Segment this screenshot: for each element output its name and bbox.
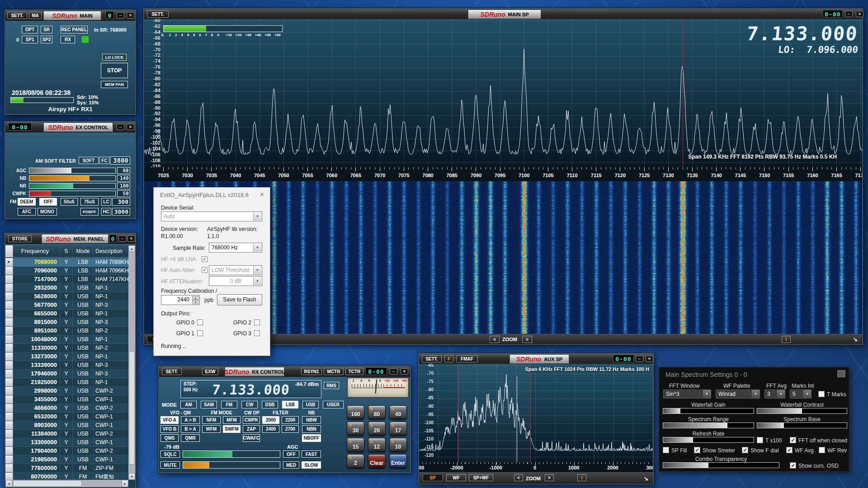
rx-btn-nbw[interactable]: NBW xyxy=(302,416,321,424)
aux-sp-title[interactable]: SDRuno AUX SP xyxy=(509,354,569,364)
rx-button[interactable]: RX xyxy=(61,36,75,43)
deemphasis-75us-button[interactable]: 75uS xyxy=(80,198,99,206)
rx-btn-nboff[interactable]: NBOFF xyxy=(302,434,321,442)
rx-btn-a-b[interactable]: A > B xyxy=(181,416,200,424)
afc-button[interactable]: AFC xyxy=(18,208,36,216)
rx-btn-wfm[interactable]: WFM xyxy=(202,425,221,433)
rx-mode-lsb[interactable]: LSB xyxy=(282,401,298,408)
dropdown-icon[interactable]: ▼ xyxy=(803,390,811,398)
numpad-key-20[interactable]: 520 xyxy=(368,422,386,436)
deem-button[interactable]: DEEM xyxy=(18,198,36,206)
lo-lock-button[interactable]: LO LOCK xyxy=(102,54,127,61)
close-icon[interactable]: ✕ xyxy=(259,191,264,198)
mem-pan-button[interactable]: MEM PAN xyxy=(101,81,128,88)
column-header-description[interactable]: Description xyxy=(94,245,128,257)
device-serial-select[interactable]: Auto▼ xyxy=(161,211,262,221)
numpad-key-30[interactable]: 430 xyxy=(347,422,364,436)
gpio0-checkbox[interactable]: ✓ xyxy=(197,319,203,325)
rms-button[interactable]: RMS xyxy=(324,382,339,389)
dropdown-icon[interactable]: ▼ xyxy=(777,390,785,398)
mem-table-row[interactable]: 8915000YUSBNP-3 xyxy=(5,318,128,327)
rx-mode-dsb[interactable]: DSB xyxy=(262,401,278,408)
vertical-scrollbar[interactable]: ▲ ▼ xyxy=(128,245,135,480)
wf-palette-select[interactable]: Winrad▼ xyxy=(715,389,760,399)
numpad-key-enter[interactable]: Enter xyxy=(389,454,407,468)
lna-checkbox[interactable]: ✓ xyxy=(202,256,208,262)
store-button[interactable]: STORE xyxy=(8,235,32,242)
main-settings-button[interactable]: SETT. xyxy=(7,12,27,19)
show-f-dial-checkbox[interactable]: ✓ xyxy=(742,447,748,453)
scroll-down-icon[interactable]: ▼ xyxy=(128,473,135,480)
rx-settings-button[interactable]: SETT. xyxy=(162,368,182,375)
dropdown-icon[interactable]: ▼ xyxy=(752,390,760,398)
main-sp-settings-button[interactable]: SETT. xyxy=(147,10,169,18)
close-icon[interactable]: ✕ xyxy=(646,356,653,362)
column-header-frequency[interactable]: Frequency xyxy=(13,245,60,257)
mem-table-row[interactable]: 3455000YUSBCWP-1 xyxy=(5,395,128,404)
numpad-key-15[interactable]: 115 xyxy=(347,438,364,452)
waterfall-gain-slider[interactable] xyxy=(663,408,754,414)
auto-atten-checkbox[interactable]: ✓ xyxy=(202,267,208,273)
rx-btn-cwpk[interactable]: CWPK xyxy=(243,416,260,424)
rx-btn-qmr[interactable]: QMR xyxy=(181,434,200,442)
rx-btn-nbn[interactable]: NBN xyxy=(302,425,321,433)
scroll-left-icon[interactable]: ◄ xyxy=(5,480,12,487)
attenuation-select[interactable]: 0 dB▼ xyxy=(209,276,262,286)
tuned-frequency-cursor[interactable] xyxy=(683,19,683,167)
mem-table-row[interactable]: 5677000YUSBNP-3 xyxy=(5,301,128,310)
mem-table-row[interactable]: 77800000YFMZIP-FM xyxy=(5,464,128,473)
mem-table-row[interactable]: 10048000YUSBNP-1 xyxy=(5,335,128,344)
rx-btn-2400[interactable]: 2400 xyxy=(262,425,279,433)
minimize-icon[interactable]: – xyxy=(636,356,643,362)
rx-btn-b-a[interactable]: B > A xyxy=(181,425,200,433)
sr-button[interactable]: SR xyxy=(41,26,52,33)
rx-control-title[interactable]: SDRuno RX CONTROL xyxy=(225,367,284,376)
wf-rev-checkbox[interactable]: ✓ xyxy=(819,447,825,453)
column-header-mode[interactable]: Mode xyxy=(73,245,94,257)
scrollbar-thumb[interactable] xyxy=(13,480,82,487)
marks-int-select[interactable]: 5▼ xyxy=(789,389,812,399)
stop-button[interactable]: STOP xyxy=(101,63,128,78)
tctr-button[interactable]: TCTR xyxy=(345,368,363,375)
mute-button[interactable]: MUTE xyxy=(160,461,180,469)
squelch-slider[interactable] xyxy=(183,450,280,458)
rx-btn-vfo-a[interactable]: VFO A xyxy=(160,416,179,424)
rx-btn-mfm[interactable]: MFM xyxy=(223,416,241,424)
numpad-key-12[interactable]: 212 xyxy=(368,438,386,452)
sp-view-button[interactable]: SP xyxy=(423,474,443,481)
deemphasis-50us-button[interactable]: 50uS xyxy=(61,198,78,206)
mem-table-row[interactable]: ►7088000YLSBHAM 7088KHz xyxy=(5,258,128,267)
numpad-key-clear[interactable]: Clear xyxy=(368,454,386,468)
ex-slider-nb[interactable] xyxy=(29,175,116,181)
wf-view-button[interactable]: WF xyxy=(446,474,466,481)
zoom-level-bar[interactable] xyxy=(163,25,283,32)
mem-table-header[interactable]: Frequency S Mode Description xyxy=(5,245,128,258)
minimize-icon[interactable]: – xyxy=(390,368,397,375)
lc-value[interactable]: 300 xyxy=(112,198,130,206)
spin-up-icon[interactable]: ▲ xyxy=(192,296,199,300)
rx-mode-am[interactable]: AM xyxy=(180,401,197,408)
mem-title[interactable]: SDRuno MEM. PANEL xyxy=(42,234,108,244)
main-spectrum-display[interactable]: -60-62-64-66-68-70-72-74-76-78-80-82-84-… xyxy=(144,19,862,167)
f-button[interactable]: F xyxy=(444,355,453,362)
rec-panel-button[interactable]: REC PANEL xyxy=(61,26,88,33)
rx-mode-user[interactable]: USER xyxy=(323,401,344,408)
fmaf-button[interactable]: FMAF xyxy=(456,355,478,362)
numpad-key-17[interactable]: 617 xyxy=(389,422,407,436)
scroll-up-icon[interactable]: ▲ xyxy=(128,245,135,252)
agc-off-button[interactable]: OFF xyxy=(283,450,299,458)
rx-mode-usb[interactable]: USB xyxy=(302,401,319,408)
mem-table-row[interactable]: 2932000YUSBNP-1 xyxy=(5,284,128,292)
rx-btn-cwafc[interactable]: CWAFC xyxy=(243,434,260,442)
aux-spectrum-display[interactable]: -65-70-75-80-85-90-95-100-105-110-115-12… xyxy=(419,364,653,462)
fft-avg-select[interactable]: 3▼ xyxy=(764,389,786,399)
show-smeter-checkbox[interactable]: ✓ xyxy=(694,447,700,453)
mem-table-row[interactable]: 7096000YLSBHAM 7096KHz xyxy=(5,267,128,275)
mem-table-row[interactable]: 8903000YUSBCWP-1 xyxy=(5,421,128,430)
agc-fast-button[interactable]: FAST xyxy=(302,450,321,458)
zoom-in-icon[interactable]: > xyxy=(545,474,554,481)
sp-wf-view-button[interactable]: SP+WF xyxy=(469,474,493,481)
dialog-title[interactable]: ExtIO_AirSpyHFplus.DLL v2018.6 xyxy=(160,192,249,198)
rx-mode-cw[interactable]: CW xyxy=(241,401,258,408)
numpad-key-10[interactable]: 310 xyxy=(389,438,407,452)
